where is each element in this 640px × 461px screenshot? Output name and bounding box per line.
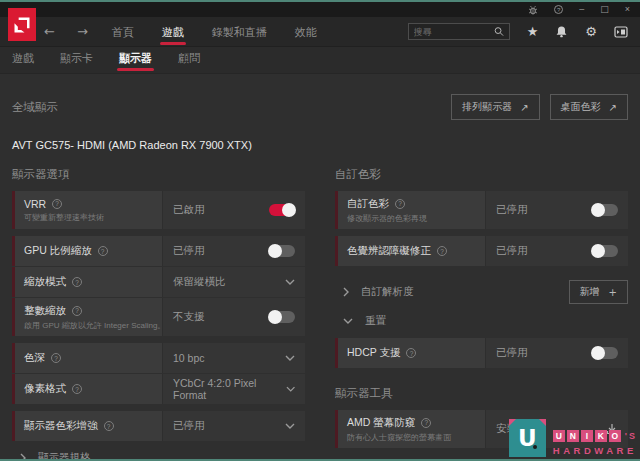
help-icon[interactable]: ? <box>51 353 61 363</box>
external-link-icon: ↗ <box>609 102 617 113</box>
vrr-toggle[interactable] <box>269 204 295 216</box>
bug-report-icon[interactable] <box>528 5 538 15</box>
help-icon[interactable]: ? <box>554 5 563 14</box>
external-link-icon: ↗ <box>520 102 528 113</box>
setting-label: 自訂色彩 <box>347 197 389 211</box>
setting-row-color-depth: 色深 ? 10 bpc <box>12 343 305 373</box>
display-subnav: 遊戲 顯示卡 顯示器 顧問 <box>0 47 640 74</box>
minimize-icon[interactable]: – <box>579 5 584 14</box>
color-depth-dropdown[interactable]: 10 bpc <box>163 343 305 373</box>
amd-logo[interactable] <box>8 8 36 41</box>
setting-label: 像素格式 <box>24 382 66 396</box>
watermark-line1: U N I K O 'S <box>553 430 637 442</box>
setting-label: 顯示器色彩增強 <box>24 419 98 433</box>
setting-sublabel: 修改顯示器的色彩再現 <box>347 213 476 224</box>
maximize-icon[interactable]: □ <box>600 5 609 14</box>
search-box[interactable] <box>408 23 510 40</box>
help-icon[interactable]: ? <box>437 246 447 256</box>
setting-sublabel: 可變重新整理速率技術 <box>24 212 153 223</box>
pixel-format-dropdown[interactable]: YCbCr 4:2:0 Pixel Format <box>163 374 305 404</box>
help-icon[interactable]: ? <box>104 421 114 431</box>
display-options-heading: 顯示器選項 <box>12 167 305 182</box>
setting-row-vrr: VRR ? 可變重新整理速率技術 已啟用 <box>12 191 305 229</box>
setting-value: 已停用 <box>496 346 528 360</box>
favorites-star-icon[interactable]: ★ <box>527 25 539 38</box>
notifications-bell-icon[interactable] <box>555 25 568 38</box>
tab-games[interactable]: 遊戲 <box>12 51 34 73</box>
arrange-displays-button[interactable]: 排列顯示器 ↗ <box>451 94 539 120</box>
nav-item-gaming[interactable]: 遊戲 <box>160 17 186 46</box>
gpu-scaling-toggle[interactable] <box>269 245 295 257</box>
integer-scaling-toggle[interactable] <box>269 311 295 323</box>
setting-row-color-enhancement: 顯示器色彩增強 ? 已停用 <box>12 411 305 441</box>
help-icon[interactable]: ? <box>395 199 405 209</box>
color-deficiency-toggle[interactable] <box>592 245 618 257</box>
display-options-column: 顯示器選項 VRR ? 可變重新整理速率技術 已啟用 <box>12 167 305 461</box>
help-icon[interactable]: ? <box>72 384 82 394</box>
setting-value: 已停用 <box>173 419 205 433</box>
setting-value: 已啟用 <box>173 203 205 217</box>
chevron-down-icon <box>343 318 353 324</box>
display-device-name: AVT GC575- HDMI (AMD Radeon RX 7900 XTX) <box>12 139 628 151</box>
chevron-down-icon <box>285 355 295 361</box>
setting-label: AMD 螢幕防窺 <box>347 416 415 430</box>
chevron-down-icon <box>285 279 295 285</box>
help-icon[interactable]: ? <box>72 306 82 316</box>
overlay-icon[interactable] <box>614 26 628 38</box>
custom-color-heading: 自訂色彩 <box>335 167 628 182</box>
scaling-mode-dropdown[interactable]: 保留縱橫比 <box>163 267 305 297</box>
help-icon[interactable]: ? <box>52 199 62 209</box>
nav-item-record-stream[interactable]: 錄製和直播 <box>210 17 269 46</box>
forward-icon[interactable]: → <box>77 24 88 39</box>
setting-row-pixel-format: 像素格式 ? YCbCr 4:2:0 Pixel Format <box>12 374 305 404</box>
help-icon[interactable]: ? <box>421 418 431 428</box>
nav-item-performance[interactable]: 效能 <box>293 17 319 46</box>
nav-item-home[interactable]: 首頁 <box>110 17 136 46</box>
chevron-right-icon <box>343 287 349 297</box>
reset-expander[interactable]: 重置 <box>343 314 628 328</box>
desktop-color-button[interactable]: 桌面色彩 ↗ <box>550 94 628 120</box>
custom-resolution-expander[interactable]: 自訂解析度 <box>343 285 414 299</box>
setting-row-color-deficiency: 色覺辨認障礙修正 ? 已停用 <box>335 236 628 266</box>
add-custom-resolution-button[interactable]: 新增 + <box>569 280 628 304</box>
custom-color-column: 自訂色彩 自訂色彩 ? 修改顯示器的色彩再現 已停用 <box>335 167 628 461</box>
setting-value: 已停用 <box>496 203 528 217</box>
tab-graphics[interactable]: 顯示卡 <box>60 51 93 73</box>
display-tools-heading: 顯示器工具 <box>335 386 628 401</box>
display-settings-page: 全域顯示 排列顯示器 ↗ 桌面色彩 ↗ AVT GC575- HDMI (AMD… <box>0 94 640 461</box>
setting-label: GPU 比例縮放 <box>24 244 92 258</box>
setting-row-gpu-scaling: GPU 比例縮放 ? 已停用 <box>12 236 305 266</box>
setting-label: 色深 <box>24 351 45 365</box>
setting-sublabel: 啟用 GPU 縮放以允許 Integer Scaling。 <box>24 320 153 331</box>
tab-display[interactable]: 顯示器 <box>119 51 152 73</box>
setting-label: 色覺辨認障礙修正 <box>347 244 431 258</box>
custom-color-toggle[interactable] <box>592 204 618 216</box>
display-specs-expander[interactable]: 顯示器規格 <box>20 451 305 461</box>
close-icon[interactable]: × <box>625 5 630 14</box>
setting-value: 保留縱橫比 <box>173 275 226 289</box>
hdcp-toggle[interactable] <box>592 347 618 359</box>
help-icon[interactable]: ? <box>98 246 108 256</box>
setting-value: 已停用 <box>496 244 528 258</box>
chevron-right-icon <box>20 453 26 461</box>
tab-advisor[interactable]: 顧問 <box>178 51 200 73</box>
main-navbar: ← → 首頁 遊戲 錄製和直播 效能 ★ ⚙ <box>0 17 640 47</box>
plus-icon: + <box>609 287 617 298</box>
color-enhancement-dropdown[interactable]: 已停用 <box>163 411 305 441</box>
setting-row-custom-color: 自訂色彩 ? 修改顯示器的色彩再現 已停用 <box>335 191 628 229</box>
unikos-hardware-watermark: U U N I K O 'S HARDWARE <box>509 419 637 457</box>
unikos-logo: U <box>509 419 546 457</box>
setting-value: 10 bpc <box>173 352 205 364</box>
watermark-line2: HARDWARE <box>553 445 637 456</box>
setting-label: VRR <box>24 198 46 210</box>
help-icon[interactable]: ? <box>406 348 416 358</box>
settings-gear-icon[interactable]: ⚙ <box>585 25 597 38</box>
setting-value: 已停用 <box>173 244 205 258</box>
help-icon[interactable]: ? <box>72 277 82 287</box>
back-icon[interactable]: ← <box>44 24 55 39</box>
search-icon <box>494 26 504 37</box>
window-titlebar: ? – □ × <box>0 2 640 17</box>
setting-value: YCbCr 4:2:0 Pixel Format <box>173 377 286 401</box>
search-input[interactable] <box>414 27 494 37</box>
setting-row-scaling-mode: 縮放模式 ? 保留縱橫比 <box>12 267 305 297</box>
